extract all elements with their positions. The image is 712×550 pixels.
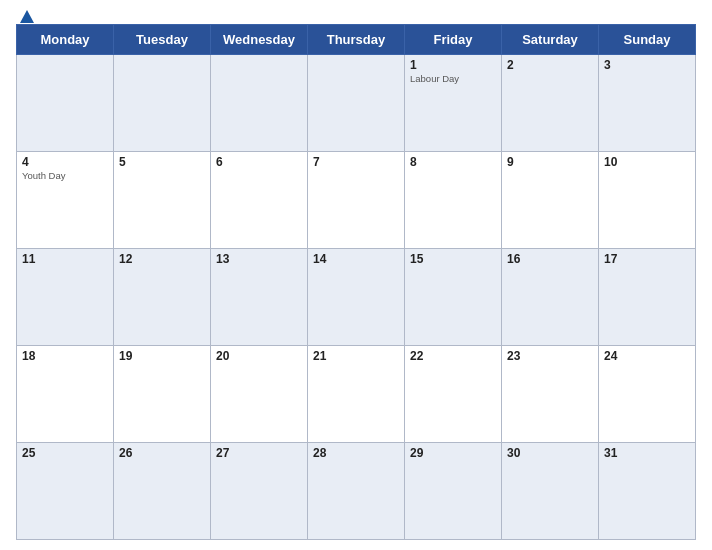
weekday-header-saturday: Saturday [502,25,599,55]
day-number: 14 [313,252,399,266]
day-number: 29 [410,446,496,460]
calendar-cell: 4Youth Day [17,152,114,249]
calendar-cell [211,55,308,152]
day-number: 27 [216,446,302,460]
day-number: 16 [507,252,593,266]
calendar-wrapper: MondayTuesdayWednesdayThursdayFridaySatu… [0,0,712,550]
calendar-cell: 6 [211,152,308,249]
calendar-cell: 20 [211,346,308,443]
day-number: 4 [22,155,108,169]
calendar-cell: 27 [211,443,308,540]
weekday-header-tuesday: Tuesday [114,25,211,55]
weekday-header-monday: Monday [17,25,114,55]
logo [16,10,34,23]
calendar-week-row: 4Youth Day5678910 [17,152,696,249]
weekday-header-thursday: Thursday [308,25,405,55]
day-number: 9 [507,155,593,169]
logo-triangle-icon [20,10,34,23]
day-number: 22 [410,349,496,363]
calendar-cell: 28 [308,443,405,540]
calendar-cell: 17 [599,249,696,346]
calendar-week-row: 25262728293031 [17,443,696,540]
weekday-header-friday: Friday [405,25,502,55]
calendar-cell: 3 [599,55,696,152]
calendar-week-row: 11121314151617 [17,249,696,346]
calendar-cell: 9 [502,152,599,249]
day-number: 21 [313,349,399,363]
day-number: 5 [119,155,205,169]
calendar-cell: 24 [599,346,696,443]
calendar-cell: 30 [502,443,599,540]
day-number: 19 [119,349,205,363]
day-number: 11 [22,252,108,266]
calendar-cell [114,55,211,152]
day-number: 26 [119,446,205,460]
calendar-cell: 1Labour Day [405,55,502,152]
day-number: 24 [604,349,690,363]
calendar-week-row: 1Labour Day23 [17,55,696,152]
weekday-header-sunday: Sunday [599,25,696,55]
calendar-cell: 11 [17,249,114,346]
day-number: 8 [410,155,496,169]
day-number: 31 [604,446,690,460]
day-number: 30 [507,446,593,460]
calendar-cell: 8 [405,152,502,249]
holiday-label: Youth Day [22,170,108,181]
day-number: 12 [119,252,205,266]
calendar-cell: 31 [599,443,696,540]
calendar-cell: 7 [308,152,405,249]
day-number: 10 [604,155,690,169]
calendar-cell: 23 [502,346,599,443]
calendar-cell: 15 [405,249,502,346]
day-number: 2 [507,58,593,72]
calendar-cell: 19 [114,346,211,443]
calendar-cell: 25 [17,443,114,540]
calendar-cell: 12 [114,249,211,346]
day-number: 6 [216,155,302,169]
day-number: 13 [216,252,302,266]
day-number: 20 [216,349,302,363]
holiday-label: Labour Day [410,73,496,84]
calendar-cell: 5 [114,152,211,249]
calendar-cell: 18 [17,346,114,443]
calendar-table: MondayTuesdayWednesdayThursdayFridaySatu… [16,24,696,540]
calendar-header [16,10,696,18]
day-number: 28 [313,446,399,460]
logo-blue-text [16,10,34,23]
weekday-header-row: MondayTuesdayWednesdayThursdayFridaySatu… [17,25,696,55]
day-number: 15 [410,252,496,266]
weekday-header-wednesday: Wednesday [211,25,308,55]
calendar-week-row: 18192021222324 [17,346,696,443]
day-number: 23 [507,349,593,363]
day-number: 17 [604,252,690,266]
calendar-cell: 29 [405,443,502,540]
calendar-cell [308,55,405,152]
calendar-cell: 13 [211,249,308,346]
day-number: 1 [410,58,496,72]
calendar-cell: 22 [405,346,502,443]
day-number: 7 [313,155,399,169]
calendar-cell: 14 [308,249,405,346]
calendar-cell: 16 [502,249,599,346]
calendar-cell: 10 [599,152,696,249]
day-number: 25 [22,446,108,460]
calendar-cell: 21 [308,346,405,443]
day-number: 18 [22,349,108,363]
day-number: 3 [604,58,690,72]
calendar-cell: 26 [114,443,211,540]
calendar-cell: 2 [502,55,599,152]
calendar-cell [17,55,114,152]
